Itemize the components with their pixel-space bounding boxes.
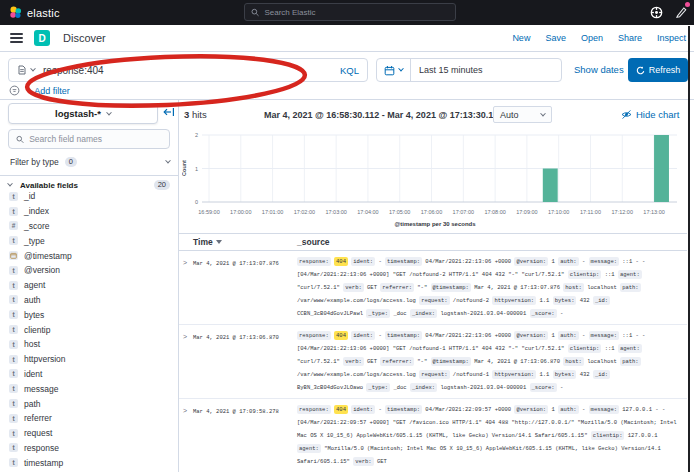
field-name: @timestamp bbox=[24, 251, 72, 261]
field-item-timestamp[interactable]: @timestamp bbox=[9, 248, 174, 263]
histogram-bar[interactable] bbox=[654, 135, 669, 202]
field-value: ::1 bbox=[605, 345, 615, 352]
scrollbar[interactable] bbox=[688, 26, 690, 472]
add-filter-button[interactable]: + Add filter bbox=[27, 86, 70, 96]
filter-by-type[interactable]: Filter by type 0 bbox=[10, 154, 170, 170]
menu-hamburger-icon[interactable] bbox=[10, 31, 23, 45]
fields-list: t_idt_index#_scoret_type@timestampt@vers… bbox=[9, 189, 174, 470]
chevron-down-icon bbox=[540, 110, 546, 116]
new-button[interactable]: New bbox=[512, 33, 530, 43]
field-item-index[interactable]: t_index bbox=[9, 204, 174, 219]
calendar-dropdown[interactable] bbox=[377, 59, 411, 81]
field-name: auth bbox=[24, 295, 41, 305]
top-menu-links: New Save Open Share Inspect bbox=[512, 33, 686, 43]
field-item-message[interactable]: tmessage bbox=[9, 381, 174, 396]
field-badge: ident: bbox=[351, 257, 375, 266]
field-item-agent[interactable]: tagent bbox=[9, 278, 174, 293]
field-item-referrer[interactable]: treferrer bbox=[9, 411, 174, 426]
expand-row-icon[interactable]: > bbox=[179, 329, 193, 394]
field-item-request[interactable]: trequest bbox=[9, 426, 174, 441]
row-timestamp: Mar 4, 2021 @ 17:13:07.876 bbox=[193, 255, 297, 320]
field-item-clientip[interactable]: tclientip bbox=[9, 322, 174, 337]
expand-row-icon[interactable]: > bbox=[179, 403, 193, 468]
field-item-httpversion[interactable]: thttpversion bbox=[9, 352, 174, 367]
query-text[interactable]: response:404 bbox=[43, 65, 336, 76]
index-pattern-selector[interactable]: logstash-* bbox=[8, 103, 158, 124]
field-name: response bbox=[24, 443, 59, 453]
field-item-path[interactable]: tpath bbox=[9, 396, 174, 411]
field-value: 1 bbox=[552, 258, 555, 265]
index-pattern-label: logstash-* bbox=[55, 108, 101, 119]
toolbar-divider bbox=[0, 99, 694, 100]
field-item-score[interactable]: #_score bbox=[9, 219, 174, 234]
x-tick-label: 17:00:00 bbox=[230, 209, 251, 215]
time-column-header[interactable]: Time bbox=[193, 237, 297, 247]
field-item-bytes[interactable]: tbytes bbox=[9, 307, 174, 322]
field-badge: _index: bbox=[410, 383, 437, 392]
y-tick-label: 1 bbox=[195, 166, 198, 172]
field-name: message bbox=[24, 384, 59, 394]
histogram-bar[interactable] bbox=[543, 169, 558, 203]
interval-value: Auto bbox=[500, 110, 519, 120]
chevron-down-icon bbox=[106, 109, 112, 115]
field-value: 127.0.0.1 bbox=[628, 432, 658, 439]
field-search[interactable] bbox=[8, 129, 170, 149]
hits-label: hits bbox=[192, 109, 207, 120]
query-input[interactable]: response:404 KQL bbox=[8, 58, 368, 82]
expand-row-icon[interactable]: > bbox=[179, 255, 193, 320]
field-item-host[interactable]: thost bbox=[9, 337, 174, 352]
global-search[interactable] bbox=[244, 3, 456, 21]
time-range-value[interactable]: Last 15 minutes bbox=[411, 65, 483, 75]
string-field-icon: t bbox=[9, 399, 18, 408]
field-value: - bbox=[582, 406, 585, 413]
x-tick-label: 17:07:00 bbox=[453, 209, 474, 215]
share-button[interactable]: Share bbox=[618, 33, 642, 43]
open-button[interactable]: Open bbox=[581, 33, 603, 43]
field-value: 04/Mar/2021:22:13:06 +0000 bbox=[425, 258, 511, 265]
field-item-timestamp[interactable]: ttimestamp bbox=[9, 455, 174, 470]
user-avatar[interactable] bbox=[675, 4, 688, 22]
field-item-ident[interactable]: tident bbox=[9, 367, 174, 382]
field-item-version[interactable]: t@version bbox=[9, 263, 174, 278]
x-tick-label: 17:01:00 bbox=[262, 209, 283, 215]
discover-app-badge[interactable]: D bbox=[34, 30, 50, 46]
field-item-type[interactable]: t_type bbox=[9, 233, 174, 248]
string-field-icon: t bbox=[9, 192, 18, 201]
x-tick-label: 17:02:00 bbox=[294, 209, 315, 215]
help-icon[interactable] bbox=[650, 6, 663, 19]
field-item-auth[interactable]: tauth bbox=[9, 293, 174, 308]
table-row: >Mar 4, 2021 @ 17:13:07.876response: 404… bbox=[179, 251, 687, 325]
filter-settings-icon[interactable] bbox=[9, 85, 20, 96]
filter-bar: + Add filter bbox=[9, 85, 70, 96]
field-item-response[interactable]: tresponse bbox=[9, 441, 174, 456]
elastic-logo[interactable]: elastic bbox=[9, 6, 60, 19]
chevron-down-icon[interactable] bbox=[30, 66, 36, 72]
field-badge: auth: bbox=[558, 257, 579, 266]
field-search-input[interactable] bbox=[29, 134, 162, 144]
topbar-actions bbox=[650, 0, 688, 25]
time-range-display: Mar 4, 2021 @ 16:58:30.112 - Mar 4, 2021… bbox=[264, 110, 503, 120]
x-axis-label: @timestamp per 30 seconds bbox=[394, 221, 476, 227]
inspect-button[interactable]: Inspect bbox=[657, 33, 686, 43]
refresh-button[interactable]: Refresh bbox=[628, 58, 688, 82]
interval-select[interactable]: Auto bbox=[493, 106, 552, 123]
saved-query-icon[interactable] bbox=[17, 65, 27, 75]
field-item-id[interactable]: t_id bbox=[9, 189, 174, 204]
global-search-input[interactable] bbox=[264, 8, 449, 17]
field-value: - bbox=[560, 310, 563, 317]
field-value: GET bbox=[377, 458, 387, 465]
kibana-discover-screen: elastic bbox=[0, 0, 694, 472]
field-badge: timestamp: bbox=[385, 331, 422, 340]
hide-chart-button[interactable]: Hide chart bbox=[621, 109, 679, 120]
row-source: response: 404 ident: - timestamp: 04/Mar… bbox=[297, 403, 687, 468]
show-dates-link[interactable]: Show dates bbox=[574, 64, 624, 75]
field-name: ident bbox=[24, 369, 42, 379]
field-name: timestamp bbox=[24, 458, 63, 468]
collapse-sidebar-icon[interactable] bbox=[163, 106, 175, 118]
field-value: 1.1 bbox=[539, 371, 549, 378]
field-value: - bbox=[560, 384, 563, 391]
save-button[interactable]: Save bbox=[545, 33, 566, 43]
kql-language-button[interactable]: KQL bbox=[340, 65, 359, 76]
field-name: _score bbox=[24, 221, 50, 231]
search-icon bbox=[251, 8, 259, 17]
